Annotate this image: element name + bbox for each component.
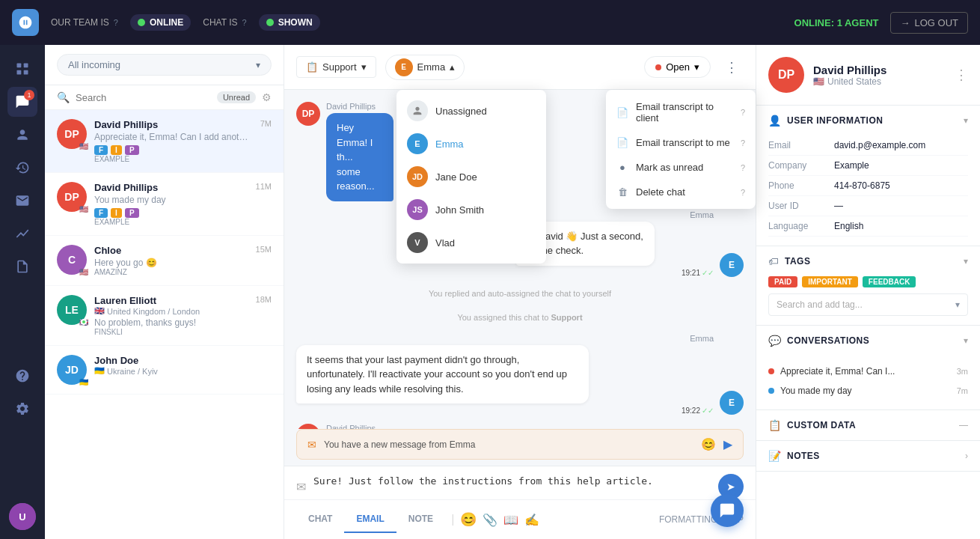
avatar: C 🇺🇸 — [57, 245, 87, 275]
customer-avatar: DP — [296, 102, 320, 126]
tab-email[interactable]: EMAIL — [344, 506, 396, 533]
tag-f: F — [94, 208, 108, 218]
ctx-email-client[interactable]: 📄 Email transcript to client ? — [606, 94, 756, 130]
dropdown-agent-jane-doe[interactable]: JD Jane Doe — [396, 160, 546, 193]
list-item[interactable]: DP 🇺🇸 David Phillips Appreciate it, Emma… — [45, 110, 284, 173]
chat-more-button[interactable]: ⋮ — [720, 55, 744, 79]
sidebar-reports-icon[interactable] — [7, 219, 37, 249]
panel-more-button[interactable]: ⋮ — [955, 67, 968, 83]
conv-filter-dropdown[interactable]: All incoming ▾ — [57, 54, 272, 76]
ctx-mark-unread[interactable]: ● Mark as unread ? — [606, 155, 756, 180]
team-help-icon[interactable]: ? — [114, 18, 118, 27]
tag-search-input[interactable]: Search and add tag... ▾ — [768, 293, 968, 316]
conversations-caret: ▾ — [964, 335, 968, 346]
emoji-icon[interactable]: 😊 — [701, 437, 716, 451]
sidebar-campaigns-icon[interactable] — [7, 186, 37, 216]
tab-note[interactable]: NOTE — [396, 506, 445, 533]
chat-shown-badge[interactable]: SHOWN — [259, 14, 320, 31]
settings-gear-icon[interactable]: ⚙ — [262, 91, 272, 103]
sidebar-home-icon[interactable] — [7, 54, 37, 84]
article-icon[interactable]: 📖 — [503, 513, 518, 527]
conversations-header[interactable]: 💬 CONVERSATIONS ▾ — [756, 326, 980, 356]
dropdown-agent-emma[interactable]: E Emma — [396, 127, 546, 160]
shortcut-hint-4: ? — [741, 188, 745, 197]
custom-data-header[interactable]: 📋 CUSTOM DATA — — [756, 410, 980, 440]
mark-unread-icon: ● — [616, 162, 628, 173]
attachment-icon[interactable]: 📎 — [483, 513, 497, 527]
user-avatar-sidebar[interactable]: U — [9, 503, 36, 530]
vlad-avatar: V — [407, 232, 428, 253]
sidebar-settings-icon[interactable] — [7, 394, 37, 424]
custom-data-section: 📋 CUSTOM DATA — — [756, 410, 980, 441]
ctx-delete-chat[interactable]: 🗑 Delete chat ? — [606, 180, 756, 204]
sidebar-contacts-icon[interactable] — [7, 120, 37, 150]
system-message: You replied and auto-assigned the chat t… — [296, 289, 744, 298]
notes-header[interactable]: 📝 NOTES › — [756, 441, 980, 471]
team-online-badge[interactable]: ONLINE — [130, 14, 191, 31]
message-tabs: CHAT EMAIL NOTE — [296, 506, 445, 533]
message-time: 19:22 ✓✓ — [296, 406, 714, 415]
tags-content: PAID IMPORTANT FEEDBACK Search and add t… — [756, 276, 980, 325]
agent-selector[interactable]: E Emma ▴ — [385, 55, 465, 80]
attach-icon[interactable]: ✉ — [296, 480, 306, 494]
tag-important: IMPORTANT — [802, 276, 858, 287]
logout-button[interactable]: → LOG OUT — [890, 12, 968, 34]
support-team-selector[interactable]: 📋 Support ▾ — [296, 56, 376, 78]
conv-search-bar: 🔍 Unread ⚙ — [45, 85, 284, 110]
info-row-language: Language English — [768, 216, 968, 237]
svg-rect-0 — [17, 64, 22, 68]
notification-badge: 1 — [24, 90, 34, 100]
ctx-email-me[interactable]: 📄 Email transcript to me ? — [606, 130, 756, 155]
online-dot — [81, 319, 87, 325]
agent-avatar: E — [720, 253, 744, 277]
conversations-icon: 💬 — [768, 335, 781, 347]
user-info-icon: 👤 — [768, 115, 781, 127]
svg-rect-2 — [17, 70, 22, 75]
custom-data-icon: 📋 — [768, 419, 781, 431]
user-info-section: 👤 USER INFORMATION ▾ Email david.p@examp… — [756, 106, 980, 246]
message-time: 19:21 ✓✓ — [516, 269, 714, 277]
chat-status-button[interactable]: Open ▾ — [644, 56, 711, 78]
tag-p: P — [125, 145, 139, 155]
dropdown-unassigned[interactable]: Unassigned — [396, 94, 546, 127]
email-transcript-client-icon: 📄 — [616, 107, 628, 118]
send-icon[interactable]: ▶ — [723, 437, 732, 451]
emoji-picker-icon[interactable]: 😊 — [460, 511, 477, 528]
info-row-company: Company Example — [768, 156, 968, 176]
list-item[interactable]: C 🇺🇸 Chloe Here you go 😊 AMAZINZ 15M — [45, 236, 284, 286]
conversation-list: All incoming ▾ 🔍 Unread ⚙ DP 🇺🇸 David Ph… — [45, 45, 284, 539]
conversation-prev-item[interactable]: Appreciate it, Emma! Can I... 3m — [768, 362, 968, 381]
message-input[interactable]: Sure! Just follow the instructions from … — [313, 475, 711, 498]
customer-avatar: DP — [296, 424, 320, 429]
sidebar-history-icon[interactable] — [7, 153, 37, 183]
app-logo — [12, 9, 39, 36]
dropdown-agent-vlad[interactable]: V Vlad — [396, 226, 546, 259]
tags-caret: ▾ — [964, 256, 968, 267]
sidebar-conversations-icon[interactable]: 1 — [7, 87, 37, 117]
signature-icon[interactable]: ✍ — [524, 513, 539, 527]
unread-filter-badge[interactable]: Unread — [217, 91, 256, 103]
chat-help-icon[interactable]: ? — [242, 18, 247, 27]
sidebar-docs-icon[interactable] — [7, 252, 37, 281]
message-bubble: It seems that your last payment didn't g… — [296, 345, 589, 404]
search-input[interactable] — [76, 92, 211, 103]
tags-header[interactable]: 🏷 TAGS ▾ — [756, 246, 980, 276]
user-info-header[interactable]: 👤 USER INFORMATION ▾ — [756, 106, 980, 135]
message-group: DP David Phillips Appreciate it, Emma! C… — [296, 424, 744, 429]
user-name: David Phillips — [813, 64, 886, 76]
list-item[interactable]: LE 🇬🇧 Lauren Elliott 🇬🇧 United Kingdom /… — [45, 286, 284, 346]
list-item[interactable]: DP 🇺🇸 David Phillips You made my day F I… — [45, 173, 284, 236]
new-message-notification: ✉ You have a new message from Emma 😊 ▶ — [296, 429, 744, 460]
tab-chat[interactable]: CHAT — [296, 506, 344, 533]
sidebar-help-icon[interactable] — [7, 361, 37, 391]
avatar: DP 🇺🇸 — [57, 119, 87, 149]
floating-chat-button[interactable] — [711, 494, 744, 527]
tag-p: P — [125, 208, 139, 218]
list-item[interactable]: JD 🇺🇦 John Doe 🇺🇦 Ukraine / Kyiv — [45, 346, 284, 395]
shortcut-hint-2: ? — [741, 138, 745, 147]
conversation-prev-item[interactable]: You made my day 7m — [768, 381, 968, 401]
chat-toolbar: CHAT EMAIL NOTE | 😊 📎 📖 ✍ FORMATTING HEL… — [284, 499, 756, 539]
dropdown-agent-john-smith[interactable]: JS John Smith — [396, 193, 546, 226]
tag-f: F — [94, 145, 108, 155]
conversation-items: DP 🇺🇸 David Phillips Appreciate it, Emma… — [45, 110, 284, 539]
